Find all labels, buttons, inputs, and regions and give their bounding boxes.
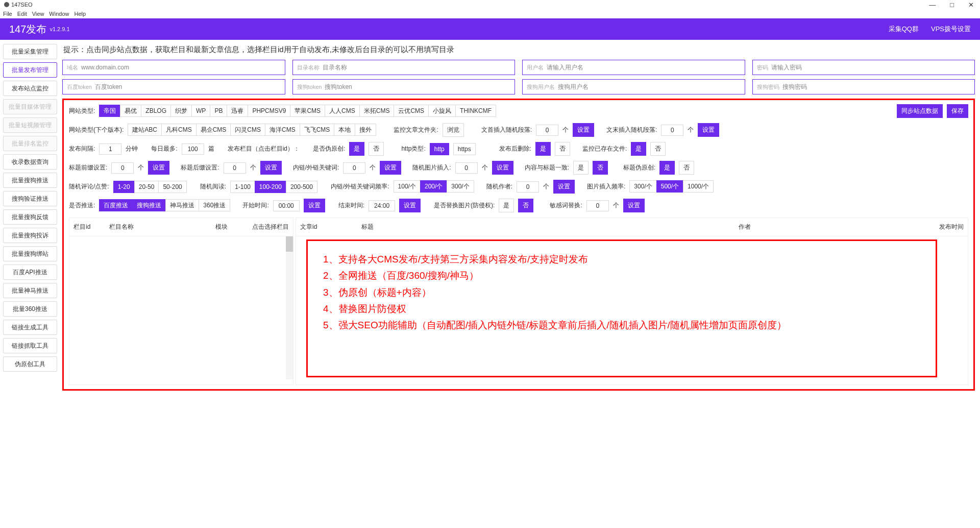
menu-view[interactable]: View bbox=[32, 11, 44, 17]
vps-settings-link[interactable]: VPS拨号设置 bbox=[931, 25, 971, 34]
cms-option-12[interactable]: 小旋风 bbox=[428, 105, 456, 117]
sidebar-item-13[interactable]: 批量神马推送 bbox=[3, 283, 57, 298]
push-option-0[interactable]: 百度推送 bbox=[99, 199, 133, 211]
cms-option-5[interactable]: PB bbox=[210, 105, 227, 117]
sens-set[interactable]: 设置 bbox=[623, 199, 645, 212]
cms-option-10[interactable]: 米拓CMS bbox=[359, 105, 395, 117]
prefix-val[interactable]: 0 bbox=[111, 162, 134, 174]
cms-option-1[interactable]: 易优 bbox=[120, 105, 141, 117]
sidebar-item-17[interactable]: 伪原创工具 bbox=[3, 356, 57, 372]
comment-range-1[interactable]: 20-50 bbox=[134, 181, 159, 193]
sens-val[interactable]: 0 bbox=[586, 200, 609, 211]
input-box-1-2[interactable]: 搜狗用户名搜狗用户名 bbox=[522, 79, 745, 94]
menu-edit[interactable]: Edit bbox=[17, 11, 27, 17]
exists-yes[interactable]: 是 bbox=[631, 142, 646, 156]
push-option-3[interactable]: 360推送 bbox=[199, 199, 230, 211]
browse-button[interactable]: 浏览 bbox=[443, 123, 464, 137]
read-range-2[interactable]: 200-500 bbox=[286, 181, 317, 193]
sidebar-item-16[interactable]: 链接抓取工具 bbox=[3, 338, 57, 353]
pseudo-no[interactable]: 否 bbox=[369, 142, 384, 156]
linkfreq-1[interactable]: 200/个 bbox=[420, 180, 447, 193]
cmsnext-option-1[interactable]: 凡科CMS bbox=[161, 124, 197, 136]
cms-option-9[interactable]: 人人CMS bbox=[325, 105, 360, 117]
push-option-2[interactable]: 神马推送 bbox=[165, 199, 199, 211]
http-option[interactable]: http bbox=[430, 143, 449, 155]
comment-range-0[interactable]: 1-20 bbox=[113, 181, 135, 193]
input-box-0-0[interactable]: 域名www.domain.com bbox=[62, 60, 285, 75]
minimize-button[interactable]: — bbox=[927, 1, 938, 9]
delete-no[interactable]: 否 bbox=[555, 142, 570, 156]
input-box-0-2[interactable]: 用户名请输入用户名 bbox=[522, 60, 745, 75]
cmsnext-option-6[interactable]: 本地 bbox=[334, 124, 355, 136]
link-set[interactable]: 设置 bbox=[380, 161, 401, 175]
cms-option-7[interactable]: PHPCMSV9 bbox=[248, 105, 290, 117]
push-option-1[interactable]: 搜狗推送 bbox=[132, 199, 166, 211]
cms-option-3[interactable]: 织梦 bbox=[170, 105, 192, 117]
sync-button[interactable]: 同步站点数据 bbox=[897, 104, 943, 118]
sidebar-item-0[interactable]: 批量采集管理 bbox=[3, 44, 57, 59]
cms-option-11[interactable]: 云优CMS bbox=[394, 105, 429, 117]
comment-range-2[interactable]: 50-200 bbox=[158, 181, 186, 193]
sidebar-item-10[interactable]: 批量搜狗投诉 bbox=[3, 228, 57, 243]
menu-help[interactable]: Help bbox=[74, 11, 86, 17]
cms-option-8[interactable]: 苹果CMS bbox=[290, 105, 325, 117]
imgfreq-2[interactable]: 1000/个 bbox=[683, 180, 714, 193]
sidebar-item-5[interactable]: 批量排名监控 bbox=[3, 136, 57, 151]
input-box-1-0[interactable]: 百度token百度token bbox=[62, 79, 285, 94]
cms-option-6[interactable]: 迅睿 bbox=[227, 105, 248, 117]
img-val[interactable]: 0 bbox=[455, 162, 478, 174]
delete-yes[interactable]: 是 bbox=[535, 142, 551, 156]
author-set[interactable]: 设置 bbox=[553, 180, 575, 194]
end-time[interactable]: 24:00 bbox=[369, 200, 395, 211]
sidebar-item-9[interactable]: 批量搜狗反馈 bbox=[3, 209, 57, 225]
cms-option-2[interactable]: ZBLOG bbox=[141, 105, 171, 117]
input-box-1-1[interactable]: 搜狗token搜狗token bbox=[292, 79, 516, 94]
sidebar-item-6[interactable]: 收录数据查询 bbox=[3, 154, 57, 170]
end-set-button[interactable]: 设置 bbox=[698, 123, 719, 137]
start-set[interactable]: 设置 bbox=[304, 199, 325, 212]
front-set-button[interactable]: 设置 bbox=[573, 123, 594, 137]
prefix-set[interactable]: 设置 bbox=[148, 161, 169, 175]
ptitle-yes[interactable]: 是 bbox=[659, 161, 675, 175]
suffix-set[interactable]: 设置 bbox=[260, 161, 282, 175]
save-button[interactable]: 保存 bbox=[947, 104, 968, 118]
menu-file[interactable]: File bbox=[3, 11, 12, 17]
https-option[interactable]: https bbox=[453, 143, 476, 155]
daily-input[interactable]: 100 bbox=[182, 143, 204, 155]
imgfreq-1[interactable]: 500/个 bbox=[656, 180, 683, 193]
sidebar-item-15[interactable]: 链接生成工具 bbox=[3, 320, 57, 335]
cms-option-4[interactable]: WP bbox=[191, 105, 210, 117]
exists-no[interactable]: 否 bbox=[650, 142, 666, 156]
link-val[interactable]: 0 bbox=[343, 162, 365, 174]
cmsnext-option-3[interactable]: 闪灵CMS bbox=[230, 124, 265, 136]
match-no[interactable]: 否 bbox=[593, 161, 608, 175]
sidebar-item-4[interactable]: 批量短视频管理 bbox=[3, 117, 57, 133]
imgfreq-0[interactable]: 300/个 bbox=[629, 180, 656, 193]
read-range-1[interactable]: 100-200 bbox=[255, 181, 286, 193]
end-insert-value[interactable]: 0 bbox=[661, 125, 683, 136]
read-range-0[interactable]: 1-100 bbox=[230, 181, 255, 193]
cmsnext-option-7[interactable]: 搜外 bbox=[355, 124, 376, 136]
suffix-val[interactable]: 0 bbox=[224, 162, 246, 174]
author-val[interactable]: 0 bbox=[517, 181, 539, 193]
end-set[interactable]: 设置 bbox=[399, 199, 421, 212]
sidebar-item-1[interactable]: 批量发布管理 bbox=[3, 62, 57, 78]
sidebar-item-2[interactable]: 发布站点监控 bbox=[3, 81, 57, 96]
linkfreq-2[interactable]: 300/个 bbox=[447, 180, 474, 193]
cmsnext-option-0[interactable]: 建站ABC bbox=[128, 124, 162, 136]
cmsnext-option-2[interactable]: 易企CMS bbox=[196, 124, 231, 136]
maximize-button[interactable]: □ bbox=[948, 1, 956, 9]
cmsnext-option-4[interactable]: 海洋CMS bbox=[265, 124, 300, 136]
qq-group-link[interactable]: 采集QQ群 bbox=[889, 25, 919, 34]
scrollbar[interactable] bbox=[286, 236, 293, 379]
cms-option-0[interactable]: 帝国 bbox=[99, 105, 120, 117]
input-box-1-3[interactable]: 搜狗密码搜狗密码 bbox=[752, 79, 975, 94]
sidebar-item-11[interactable]: 批量搜狗绑站 bbox=[3, 246, 57, 261]
cmsnext-option-5[interactable]: 飞飞CMS bbox=[300, 124, 335, 136]
cms-option-13[interactable]: THINKCMF bbox=[455, 105, 496, 117]
replace-yes[interactable]: 是 bbox=[499, 199, 514, 212]
close-button[interactable]: ✕ bbox=[966, 1, 976, 9]
match-yes[interactable]: 是 bbox=[573, 161, 589, 175]
pseudo-yes[interactable]: 是 bbox=[349, 142, 364, 156]
interval-input[interactable]: 1 bbox=[99, 143, 121, 155]
